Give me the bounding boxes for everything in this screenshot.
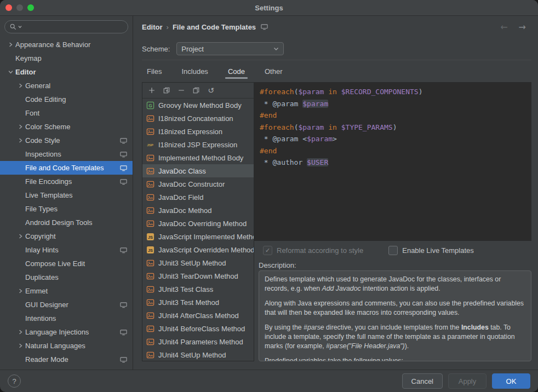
tab-includes[interactable]: Includes: [179, 62, 210, 81]
template-junit4-parameters-method[interactable]: JUnit4 Parameters Method: [142, 335, 254, 348]
template-javadoc-overriding-method[interactable]: JavaDoc Overriding Method: [142, 217, 254, 230]
description-box: Defines template which used to generate …: [259, 270, 531, 361]
sidebar-item-general[interactable]: General: [0, 79, 133, 93]
template-icon: [146, 259, 154, 267]
search-input[interactable]: [23, 22, 123, 32]
template-javadoc-field[interactable]: JavaDoc Field: [142, 191, 254, 204]
tab-code[interactable]: Code: [225, 62, 248, 81]
sidebar-item-appearance-behavior[interactable]: Appearance & Behavior: [0, 38, 133, 51]
sidebar-item-android-design-tools[interactable]: Android Design Tools: [0, 216, 133, 229]
tab-other[interactable]: Other: [262, 62, 285, 81]
template-javadoc-class[interactable]: JavaDoc Class: [142, 164, 254, 177]
enable-live-templates-checkbox[interactable]: Enable Live Templates: [388, 246, 474, 255]
template-junit3-setup-method[interactable]: JUnit3 SetUp Method: [142, 256, 254, 269]
template-i18nized-expression[interactable]: I18nized Expression: [142, 125, 254, 138]
monitor-icon: [261, 24, 268, 30]
template-junit3-teardown-method[interactable]: JUnit3 TearDown Method: [142, 269, 254, 283]
template-i18nized-concatenation[interactable]: I18nized Concatenation: [142, 112, 254, 125]
sidebar-item-compose-live-edit[interactable]: Compose Live Edit: [0, 257, 133, 270]
sidebar-item-label: Language Injections: [25, 328, 89, 336]
chevron-down-icon[interactable]: [5, 70, 15, 74]
template-groovy-new-method-body[interactable]: GGroovy New Method Body: [142, 99, 254, 112]
reset-icon[interactable]: ↺: [207, 86, 215, 95]
add-icon[interactable]: [147, 86, 156, 95]
description-paragraph: By using the #parse directive, you can i…: [265, 323, 525, 351]
chevron-down-icon[interactable]: [18, 25, 22, 28]
sidebar-item-intentions[interactable]: Intentions: [0, 312, 133, 325]
chevron-right-icon[interactable]: [15, 83, 25, 88]
template-editor[interactable]: #foreach($param in $RECORD_COMPONENTS) *…: [254, 82, 531, 241]
sidebar-item-code-style[interactable]: Code Style: [0, 134, 133, 147]
template-javascript-overridden-method[interactable]: JSJavaScript Overridden Method: [142, 243, 254, 256]
sidebar-item-font[interactable]: Font: [0, 106, 133, 120]
ok-button[interactable]: OK: [492, 373, 530, 389]
sidebar-item-inspections[interactable]: Inspections: [0, 147, 133, 161]
checkbox-check-icon: ✓: [263, 246, 272, 255]
copy-icon[interactable]: [192, 86, 201, 95]
scheme-label: Scheme:: [142, 45, 170, 53]
sidebar-item-inlay-hints[interactable]: Inlay Hints: [0, 243, 133, 257]
sidebar-item-label: Copyright: [25, 232, 56, 240]
template-i18nized-jsp-expression[interactable]: JSPI18nized JSP Expression: [142, 138, 254, 151]
scheme-select[interactable]: Project: [176, 42, 284, 55]
list-toolbar: ↺: [142, 83, 254, 99]
chevron-right-icon[interactable]: [15, 289, 25, 293]
forward-icon[interactable]: →: [519, 22, 526, 32]
sidebar-item-language-injections[interactable]: Language Injections: [0, 325, 133, 339]
sidebar-item-color-scheme[interactable]: Color Scheme: [0, 120, 133, 134]
sidebar-item-natural-languages[interactable]: Natural Languages: [0, 339, 133, 353]
help-button[interactable]: ?: [8, 374, 21, 388]
template-junit4-setup-method[interactable]: JUnit4 SetUp Method: [142, 348, 254, 361]
reformat-checkbox[interactable]: ✓ Reformat according to style: [263, 246, 363, 255]
chevron-right-icon[interactable]: [15, 343, 25, 348]
sidebar-item-label: Compose Live Edit: [25, 260, 85, 268]
template-implemented-method-body[interactable]: Implemented Method Body: [142, 151, 254, 164]
back-icon[interactable]: ←: [500, 22, 507, 32]
template-junit4-afterclass-method[interactable]: JUnit4 AfterClass Method: [142, 309, 254, 322]
sidebar-item-label: Editor: [15, 68, 36, 76]
chevron-right-icon[interactable]: [15, 234, 25, 239]
sidebar-item-copyright[interactable]: Copyright: [0, 229, 133, 243]
template-junit3-test-method[interactable]: JUnit3 Test Method: [142, 296, 254, 309]
remove-icon[interactable]: [177, 86, 186, 95]
sidebar-item-label: Font: [25, 109, 39, 117]
tab-files[interactable]: Files: [144, 62, 164, 81]
sidebar-item-duplicates[interactable]: Duplicates: [0, 270, 133, 284]
template-list-panel: ↺ GGroovy New Method BodyI18nized Concat…: [142, 82, 254, 361]
sidebar-item-emmet[interactable]: Emmet: [0, 284, 133, 298]
template-label: JUnit3 SetUp Method: [158, 259, 226, 267]
scheme-row: Scheme: Project: [142, 38, 531, 60]
enable-live-templates-label: Enable Live Templates: [402, 246, 474, 255]
chevron-right-icon[interactable]: [15, 124, 25, 129]
sidebar-item-gui-designer[interactable]: GUI Designer: [0, 298, 133, 312]
monitor-icon: [120, 247, 127, 253]
sidebar-item-file-and-code-templates[interactable]: File and Code Templates: [0, 161, 133, 175]
template-detail-panel: #foreach($param in $RECORD_COMPONENTS) *…: [254, 82, 531, 361]
sidebar-item-code-editing[interactable]: Code Editing: [0, 93, 133, 106]
chevron-right-icon[interactable]: [15, 330, 25, 335]
sidebar-item-file-encodings[interactable]: File Encodings: [0, 175, 133, 188]
sidebar-item-label: Natural Languages: [25, 342, 85, 350]
svg-text:JS: JS: [147, 234, 152, 239]
sidebar-item-keymap[interactable]: Keymap: [0, 51, 133, 65]
cancel-button[interactable]: Cancel: [402, 373, 443, 389]
template-javadoc-method[interactable]: JavaDoc Method: [142, 204, 254, 217]
template-junit4-beforeclass-method[interactable]: JUnit4 BeforeClass Method: [142, 322, 254, 335]
duplicate-icon[interactable]: [162, 86, 171, 95]
sidebar-item-editor[interactable]: Editor: [0, 65, 133, 79]
apply-button[interactable]: Apply: [448, 373, 487, 389]
sidebar-item-file-types[interactable]: File Types: [0, 202, 133, 216]
search-box[interactable]: [4, 20, 128, 33]
template-javascript-implemented-method[interactable]: JSJavaScript Implemented Method: [142, 230, 254, 243]
template-label: Groovy New Method Body: [158, 101, 242, 109]
template-javadoc-constructor[interactable]: JavaDoc Constructor: [142, 177, 254, 191]
template-icon: [146, 128, 154, 136]
sidebar-item-live-templates[interactable]: Live Templates: [0, 188, 133, 202]
breadcrumb-editor[interactable]: Editor: [142, 23, 163, 31]
monitor-icon: [120, 178, 127, 185]
chevron-right-icon[interactable]: [15, 138, 25, 143]
js-icon: JS: [146, 233, 154, 241]
template-junit3-test-class[interactable]: JUnit3 Test Class: [142, 283, 254, 296]
sidebar-item-reader-mode[interactable]: Reader Mode: [0, 353, 133, 366]
chevron-right-icon[interactable]: [5, 42, 15, 47]
